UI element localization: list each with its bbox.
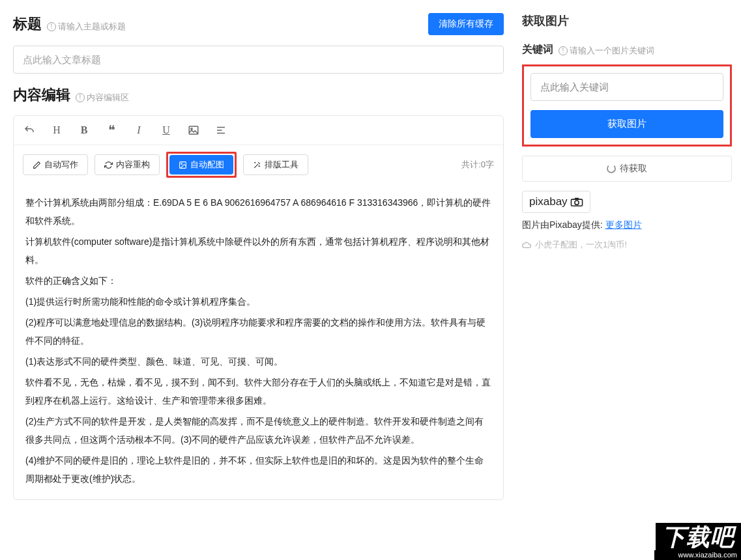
- align-left-button[interactable]: [213, 122, 229, 138]
- editor-paragraph: (2)程序可以满意地处理信息的数据结构。(3)说明程序功能要求和程序需要的文档的…: [25, 313, 491, 350]
- keyword-hint: ! 请输入一个图片关键词: [559, 45, 654, 57]
- word-count: 共计:0字: [461, 159, 494, 171]
- svg-point-1: [191, 128, 192, 130]
- picture-icon: [179, 161, 187, 169]
- info-icon: !: [47, 22, 56, 31]
- action-row: 自动写作 内容重构 自动配图 排版工具: [14, 145, 503, 184]
- keyword-input[interactable]: [530, 73, 723, 101]
- content-label: 内容编辑: [13, 85, 70, 105]
- footer-note: 小虎子配图，一次1淘币!: [522, 239, 732, 251]
- editor-paragraph: (2)生产方式不同的软件是开发，是人类智能的高发挥，而不是传统意义上的硬件制造。…: [25, 412, 491, 449]
- editor-paragraph: 软件的正确含义如下：: [25, 272, 491, 290]
- quote-button[interactable]: ❝: [104, 122, 119, 138]
- image-button[interactable]: [186, 122, 201, 138]
- svg-point-6: [181, 163, 182, 164]
- title-header: 标题 ! 请输入主题或标题 清除所有缓存: [13, 13, 504, 35]
- content-header: 内容编辑 ! 内容编辑区: [13, 85, 504, 105]
- editor-card: H B ❝ I U 自动写作: [13, 115, 504, 500]
- get-image-title: 获取图片: [522, 13, 732, 29]
- pencil-icon: [33, 161, 41, 169]
- more-images-link[interactable]: 更多图片: [605, 219, 642, 230]
- keyword-highlight-box: 获取图片: [522, 64, 732, 147]
- undo-button[interactable]: [22, 122, 37, 138]
- editor-paragraph: 整个计算机系统由两部分组成：E.69DA 5 E 6 BA 9062616964…: [25, 193, 491, 230]
- editor-paragraph: 软件看不见，无色，枯燥，看不见，摸不到，闻不到。软件大部分存在于人们的头脑或纸上…: [25, 373, 491, 410]
- spinner-icon: [607, 164, 616, 173]
- editor-paragraph: (4)维护不同的硬件是旧的，理论上软件是旧的，并不坏，但实际上软件也是旧的和坏的…: [25, 451, 491, 488]
- pending-status: 待获取: [522, 156, 732, 182]
- sidebar: 获取图片 关键词 ! 请输入一个图片关键词 获取图片 待获取 pixabay: [513, 0, 741, 560]
- info-icon: !: [559, 46, 568, 55]
- content-hint: ! 内容编辑区: [76, 92, 129, 104]
- refresh-icon: [104, 161, 113, 169]
- auto-write-button[interactable]: 自动写作: [23, 154, 88, 175]
- camera-icon: [570, 197, 583, 206]
- editor-paragraph: (1)提供运行时所需功能和性能的命令或计算机程序集合。: [25, 292, 491, 311]
- editor-body[interactable]: 整个计算机系统由两部分组成：E.69DA 5 E 6 BA 9062616964…: [14, 184, 503, 499]
- layout-tool-button[interactable]: 排版工具: [243, 154, 308, 175]
- italic-button[interactable]: I: [131, 122, 147, 138]
- svg-point-8: [574, 201, 578, 204]
- auto-image-highlight: 自动配图: [166, 152, 237, 178]
- keyword-label: 关键词: [522, 43, 553, 57]
- main-column: 标题 ! 请输入主题或标题 清除所有缓存 内容编辑 ! 内容编辑区: [0, 0, 513, 560]
- get-image-button[interactable]: 获取图片: [530, 110, 723, 138]
- info-icon: !: [76, 93, 85, 102]
- underline-button[interactable]: U: [158, 122, 174, 138]
- restructure-button[interactable]: 内容重构: [94, 154, 160, 175]
- article-title-input[interactable]: [13, 46, 504, 74]
- wand-icon: [253, 161, 261, 169]
- editor-toolbar: H B ❝ I U: [14, 116, 503, 145]
- bold-button[interactable]: B: [76, 122, 92, 138]
- auto-image-button[interactable]: 自动配图: [169, 155, 233, 175]
- editor-paragraph: 计算机软件(computer software)是指计算机系统中除硬件以外的所有…: [25, 232, 491, 269]
- editor-paragraph: (1)表达形式不同的硬件类型、颜色、味道、可见、可摸、可闻。: [25, 352, 491, 371]
- cloud-icon: [522, 242, 532, 249]
- heading-button[interactable]: H: [49, 122, 65, 138]
- title-label: 标题: [13, 14, 42, 34]
- svg-rect-9: [574, 198, 578, 200]
- title-hint: ! 请输入主题或标题: [47, 21, 126, 33]
- credit-line: 图片由Pixabay提供: 更多图片: [522, 219, 732, 231]
- pixabay-badge: pixabay: [522, 191, 590, 213]
- clear-cache-button[interactable]: 清除所有缓存: [428, 13, 504, 35]
